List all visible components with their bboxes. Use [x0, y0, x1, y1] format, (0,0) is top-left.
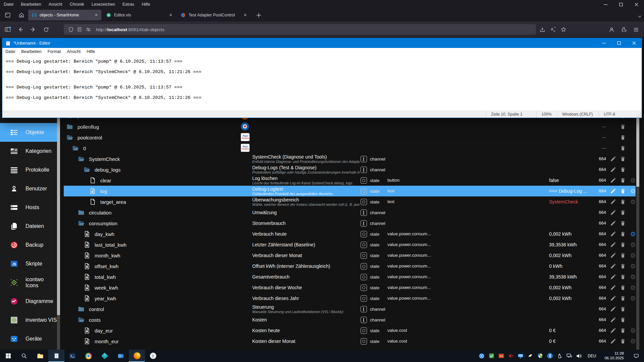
object-row-clear[interactable]: clearLog löschenLöscht das fortlaufende …	[64, 175, 636, 186]
tab-close-icon[interactable]: ✕	[166, 13, 172, 17]
permissions-tuner-icon[interactable]	[84, 25, 93, 34]
taskbar-explorer-icon[interactable]	[32, 350, 48, 362]
notepad-menu-ansicht[interactable]: Ansicht	[64, 49, 84, 54]
object-row-0[interactable]: 0PoolControl---	[64, 143, 636, 154]
object-row-day_eur[interactable]: day_eurKosten heutestatevalue.cost0 €664…	[64, 325, 636, 336]
settings-gear-icon[interactable]: ⚙	[629, 295, 637, 302]
delete-trash-icon[interactable]	[619, 187, 627, 195]
delete-trash-icon[interactable]	[619, 338, 627, 345]
settings-gear-icon[interactable]: ⚙	[629, 273, 637, 281]
taskbar-outlook-icon[interactable]	[113, 350, 129, 362]
tray-usb-icon[interactable]	[556, 353, 563, 359]
tray-defender-icon[interactable]	[537, 353, 543, 359]
tray-bird-icon[interactable]	[527, 353, 534, 359]
notepad-text-area[interactable]: === Debug-Log gestartet: Bereich "pump" …	[2, 55, 642, 111]
object-row-target_area[interactable]: target_areaÜberwachungsbereichWähle, wel…	[64, 196, 636, 207]
delete-trash-icon[interactable]	[619, 262, 627, 270]
delete-trash-icon[interactable]	[619, 230, 627, 238]
minimize-icon[interactable]	[598, 0, 613, 9]
notepad-menu-bearbeiten[interactable]: Bearbeiten	[18, 49, 44, 54]
delete-trash-icon[interactable]	[619, 241, 627, 248]
sidebar-item-icontwo[interactable]: icontwo Icons	[0, 273, 57, 292]
sidebar-item-charts[interactable]: Diagramme	[0, 292, 57, 311]
tab-close-icon[interactable]: ✕	[241, 13, 247, 17]
object-row-control[interactable]: controlSteuerungManuelle Steuerung und L…	[64, 304, 636, 314]
delete-trash-icon[interactable]	[619, 327, 627, 334]
browser-menu-hilfe[interactable]: Hilfe	[138, 0, 154, 9]
sidebar-item-devices[interactable]: Geräte	[0, 329, 57, 348]
taskbar-notepad-icon[interactable]	[48, 350, 64, 362]
settings-gear-icon[interactable]: ⚙	[629, 177, 637, 184]
object-row-costs[interactable]: costsKostenchannel664	[64, 314, 636, 325]
tray-ccu-icon[interactable]: ccu	[498, 353, 504, 359]
edit-pencil-icon[interactable]	[609, 230, 616, 238]
notepad-maximize-icon[interactable]	[611, 38, 627, 48]
settings-gear-icon[interactable]: ⚙	[629, 338, 637, 345]
table-scrollbar[interactable]	[636, 118, 639, 350]
tray-bluetooth-icon[interactable]	[546, 353, 553, 359]
object-row-log[interactable]: logDebug-LogtextFortlaufendes Protokoll …	[64, 186, 636, 196]
delete-trash-icon[interactable]	[619, 284, 627, 291]
taskbar-diamond-app-icon[interactable]	[97, 350, 113, 362]
edit-pencil-icon[interactable]	[609, 209, 616, 216]
notepad-window[interactable]: *Unbenannt - Editor DateiBearbeitenForma…	[2, 38, 642, 118]
edit-pencil-icon[interactable]	[609, 305, 616, 313]
browser-menu-bearbeiten[interactable]: Bearbeiten	[17, 0, 45, 9]
settings-gear-icon[interactable]: ⚙	[629, 327, 637, 334]
back-icon[interactable]	[15, 24, 26, 35]
sidebar-item-categories[interactable]: Kategorien	[0, 142, 57, 161]
delete-trash-icon[interactable]	[619, 198, 627, 205]
settings-gear-icon[interactable]: ⚙	[629, 187, 637, 195]
edit-pencil-icon[interactable]	[609, 220, 616, 227]
delete-trash-icon[interactable]	[619, 209, 627, 216]
object-row-day_kwh[interactable]: day_kwhVerbrauch heutestatevalue.power.c…	[64, 229, 636, 239]
object-row-last_total_kwh[interactable]: last_total_kwhLetzter Zählerstand (Basel…	[64, 239, 636, 250]
object-row-month_kwh[interactable]: month_kwhVerbrauch dieser Monatstatevalu…	[64, 250, 636, 261]
edit-pencil-icon[interactable]	[609, 338, 616, 345]
notepad-menu-format[interactable]: Format	[45, 49, 64, 54]
action-center-icon[interactable]	[630, 350, 643, 362]
object-row-debug_logs[interactable]: debug_logsDebug-Logs (Test & Diagnose)Pr…	[64, 164, 636, 175]
account-icon[interactable]	[606, 24, 617, 35]
browser-menu-datei[interactable]: Datei	[0, 0, 17, 9]
delete-trash-icon[interactable]	[619, 166, 627, 173]
edit-pencil-icon[interactable]	[609, 295, 616, 302]
notepad-menu-hilfe[interactable]: Hilfe	[84, 49, 98, 54]
tray-target-icon[interactable]	[478, 353, 485, 359]
edit-pencil-icon[interactable]	[609, 241, 616, 248]
delete-trash-icon[interactable]	[619, 155, 627, 163]
keyboard-language[interactable]: DEU	[585, 354, 598, 358]
settings-gear-icon[interactable]: ⚙	[629, 252, 637, 259]
edit-pencil-icon[interactable]	[609, 316, 616, 323]
delete-trash-icon[interactable]	[619, 123, 627, 130]
delete-trash-icon[interactable]	[619, 177, 627, 184]
settings-gear-icon[interactable]: ⚙	[629, 198, 637, 205]
sidebar-item-logs[interactable]: Protokolle	[0, 161, 57, 179]
sidebar-scrollbar[interactable]	[57, 118, 60, 350]
object-row-offset_kwh[interactable]: offset_kwhOffset kWh (interner Zähleraus…	[64, 261, 636, 272]
object-row-SystemCheck[interactable]: SystemCheckSystemCheck (Diagnose und Too…	[64, 154, 636, 164]
settings-gear-icon[interactable]: ⚙	[629, 284, 637, 291]
sidebar-item-users[interactable]: Benutzer	[0, 179, 57, 198]
taskbar-terminal-icon[interactable]	[64, 350, 80, 362]
bookmark-star-icon[interactable]	[558, 24, 569, 35]
firefox-view-icon[interactable]	[3, 10, 13, 20]
forward-icon[interactable]	[28, 24, 39, 35]
browser-tab-3[interactable]: Test Adapter PoolControl ✕	[177, 10, 250, 20]
object-row-week_kwh[interactable]: week_kwhVerbrauch diese Wochestatevalue.…	[64, 282, 636, 293]
edit-pencil-icon[interactable]	[609, 273, 616, 281]
maximize-icon[interactable]	[613, 0, 629, 9]
delete-trash-icon[interactable]	[619, 144, 627, 152]
sidebar-item-inventwo[interactable]: inventwo VIS	[0, 311, 57, 329]
delete-trash-icon[interactable]	[619, 134, 627, 141]
edit-pencil-icon[interactable]	[609, 262, 616, 270]
taskbar-info-app-icon[interactable]: i	[145, 350, 161, 362]
tray-network-icon[interactable]	[566, 353, 573, 359]
edit-pencil-icon[interactable]	[609, 284, 616, 291]
tray-volume-icon[interactable]	[576, 353, 582, 359]
settings-gear-icon-active[interactable]: ⚙	[629, 230, 637, 238]
new-tab-icon[interactable]	[254, 10, 264, 20]
list-all-tabs-icon[interactable]	[637, 14, 642, 19]
notepad-titlebar[interactable]: *Unbenannt - Editor	[2, 38, 642, 48]
browser-menu-chronik[interactable]: Chronik	[66, 0, 88, 9]
